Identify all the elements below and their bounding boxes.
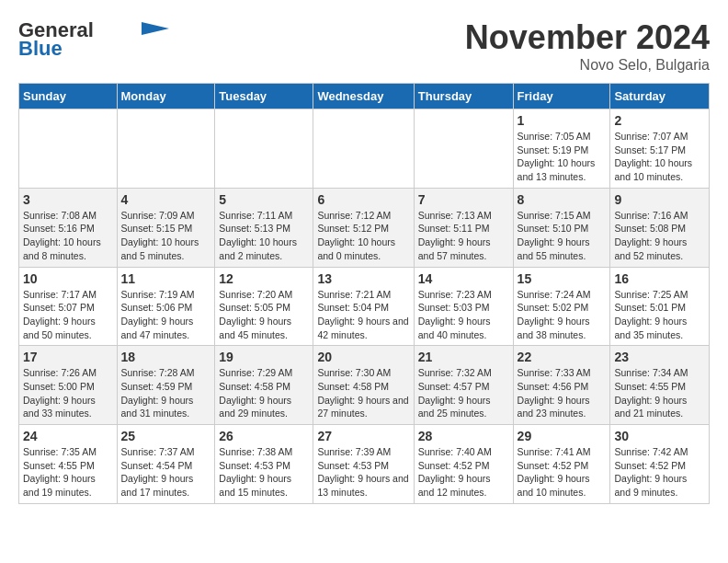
calendar-cell: 15Sunrise: 7:24 AM Sunset: 5:02 PM Dayli… <box>513 267 610 346</box>
calendar-cell: 20Sunrise: 7:30 AM Sunset: 4:58 PM Dayli… <box>313 346 414 425</box>
day-info: Sunrise: 7:26 AM Sunset: 5:00 PM Dayligh… <box>23 366 113 420</box>
calendar-cell <box>215 109 313 189</box>
calendar-cell: 22Sunrise: 7:33 AM Sunset: 4:56 PM Dayli… <box>513 346 610 425</box>
day-info: Sunrise: 7:13 AM Sunset: 5:11 PM Dayligh… <box>418 209 509 263</box>
calendar-cell: 13Sunrise: 7:21 AM Sunset: 5:04 PM Dayli… <box>313 267 414 346</box>
calendar-week-row: 1Sunrise: 7:05 AM Sunset: 5:19 PM Daylig… <box>19 109 710 189</box>
calendar-cell: 10Sunrise: 7:17 AM Sunset: 5:07 PM Dayli… <box>19 267 118 346</box>
day-info: Sunrise: 7:09 AM Sunset: 5:15 PM Dayligh… <box>121 209 211 263</box>
day-number: 11 <box>121 271 211 286</box>
day-info: Sunrise: 7:41 AM Sunset: 4:52 PM Dayligh… <box>518 445 607 500</box>
calendar-cell: 25Sunrise: 7:37 AM Sunset: 4:54 PM Dayli… <box>117 425 215 504</box>
calendar-cell: 24Sunrise: 7:35 AM Sunset: 4:55 PM Dayli… <box>19 425 118 504</box>
title-area: November 2024 Novo Selo, Bulgaria <box>465 18 710 74</box>
calendar-cell: 12Sunrise: 7:20 AM Sunset: 5:05 PM Dayli… <box>215 267 313 346</box>
day-info: Sunrise: 7:35 AM Sunset: 4:55 PM Dayligh… <box>23 445 113 500</box>
day-number: 20 <box>317 350 409 364</box>
calendar-week-row: 3Sunrise: 7:08 AM Sunset: 5:16 PM Daylig… <box>19 188 710 267</box>
day-number: 5 <box>219 192 309 207</box>
calendar-cell: 28Sunrise: 7:40 AM Sunset: 4:52 PM Dayli… <box>414 425 513 504</box>
calendar-week-row: 17Sunrise: 7:26 AM Sunset: 5:00 PM Dayli… <box>19 346 710 425</box>
calendar-cell: 16Sunrise: 7:25 AM Sunset: 5:01 PM Dayli… <box>610 267 710 346</box>
day-number: 9 <box>614 192 705 207</box>
day-number: 13 <box>317 271 409 286</box>
calendar-cell: 2Sunrise: 7:07 AM Sunset: 5:17 PM Daylig… <box>610 109 710 189</box>
day-info: Sunrise: 7:34 AM Sunset: 4:55 PM Dayligh… <box>614 366 705 420</box>
day-info: Sunrise: 7:30 AM Sunset: 4:58 PM Dayligh… <box>317 366 409 420</box>
day-number: 22 <box>518 350 607 364</box>
day-number: 23 <box>614 350 705 364</box>
day-number: 4 <box>121 192 211 207</box>
calendar-cell: 9Sunrise: 7:16 AM Sunset: 5:08 PM Daylig… <box>610 188 710 267</box>
day-info: Sunrise: 7:11 AM Sunset: 5:13 PM Dayligh… <box>219 209 309 263</box>
day-info: Sunrise: 7:19 AM Sunset: 5:06 PM Dayligh… <box>121 288 211 342</box>
day-number: 17 <box>23 350 113 364</box>
day-info: Sunrise: 7:39 AM Sunset: 4:53 PM Dayligh… <box>317 445 409 500</box>
calendar-table: SundayMondayTuesdayWednesdayThursdayFrid… <box>18 83 710 504</box>
calendar-cell: 29Sunrise: 7:41 AM Sunset: 4:52 PM Dayli… <box>513 425 610 504</box>
calendar-cell: 1Sunrise: 7:05 AM Sunset: 5:19 PM Daylig… <box>513 109 610 189</box>
day-info: Sunrise: 7:08 AM Sunset: 5:16 PM Dayligh… <box>23 209 113 263</box>
day-info: Sunrise: 7:24 AM Sunset: 5:02 PM Dayligh… <box>518 288 607 342</box>
day-info: Sunrise: 7:42 AM Sunset: 4:52 PM Dayligh… <box>614 445 705 500</box>
day-info: Sunrise: 7:28 AM Sunset: 4:59 PM Dayligh… <box>121 366 211 420</box>
calendar-week-row: 10Sunrise: 7:17 AM Sunset: 5:07 PM Dayli… <box>19 267 710 346</box>
day-info: Sunrise: 7:23 AM Sunset: 5:03 PM Dayligh… <box>418 288 509 342</box>
calendar-cell <box>117 109 215 189</box>
day-number: 15 <box>518 271 607 286</box>
day-number: 7 <box>418 192 509 207</box>
day-number: 26 <box>219 429 309 443</box>
calendar-cell: 6Sunrise: 7:12 AM Sunset: 5:12 PM Daylig… <box>313 188 414 267</box>
weekday-header: Sunday <box>19 84 118 109</box>
weekday-header: Wednesday <box>313 84 414 109</box>
day-number: 18 <box>121 350 211 364</box>
weekday-header: Thursday <box>414 84 513 109</box>
header: General Blue November 2024 Novo Selo, Bu… <box>18 18 710 74</box>
day-number: 28 <box>418 429 509 443</box>
day-number: 16 <box>614 271 705 286</box>
day-info: Sunrise: 7:07 AM Sunset: 5:17 PM Dayligh… <box>614 130 705 184</box>
day-info: Sunrise: 7:29 AM Sunset: 4:58 PM Dayligh… <box>219 366 309 420</box>
calendar-cell <box>19 109 118 189</box>
day-number: 10 <box>23 271 113 286</box>
day-info: Sunrise: 7:38 AM Sunset: 4:53 PM Dayligh… <box>219 445 309 500</box>
calendar-cell: 30Sunrise: 7:42 AM Sunset: 4:52 PM Dayli… <box>610 425 710 504</box>
day-number: 25 <box>121 429 211 443</box>
day-number: 12 <box>219 271 309 286</box>
calendar-cell: 7Sunrise: 7:13 AM Sunset: 5:11 PM Daylig… <box>414 188 513 267</box>
day-info: Sunrise: 7:15 AM Sunset: 5:10 PM Dayligh… <box>518 209 607 263</box>
day-info: Sunrise: 7:37 AM Sunset: 4:54 PM Dayligh… <box>121 445 211 500</box>
day-number: 29 <box>518 429 607 443</box>
calendar-cell: 27Sunrise: 7:39 AM Sunset: 4:53 PM Dayli… <box>313 425 414 504</box>
calendar-cell <box>414 109 513 189</box>
day-number: 1 <box>518 113 607 128</box>
day-number: 8 <box>518 192 607 207</box>
calendar-cell: 18Sunrise: 7:28 AM Sunset: 4:59 PM Dayli… <box>117 346 215 425</box>
calendar-cell: 17Sunrise: 7:26 AM Sunset: 5:00 PM Dayli… <box>19 346 118 425</box>
calendar-cell: 3Sunrise: 7:08 AM Sunset: 5:16 PM Daylig… <box>19 188 118 267</box>
calendar-cell: 4Sunrise: 7:09 AM Sunset: 5:15 PM Daylig… <box>117 188 215 267</box>
location: Novo Selo, Bulgaria <box>465 57 710 74</box>
day-info: Sunrise: 7:05 AM Sunset: 5:19 PM Dayligh… <box>518 130 607 184</box>
weekday-header: Friday <box>513 84 610 109</box>
calendar-cell: 14Sunrise: 7:23 AM Sunset: 5:03 PM Dayli… <box>414 267 513 346</box>
calendar-cell: 26Sunrise: 7:38 AM Sunset: 4:53 PM Dayli… <box>215 425 313 504</box>
day-info: Sunrise: 7:32 AM Sunset: 4:57 PM Dayligh… <box>418 366 509 420</box>
day-number: 21 <box>418 350 509 364</box>
weekday-header: Saturday <box>610 84 710 109</box>
day-info: Sunrise: 7:17 AM Sunset: 5:07 PM Dayligh… <box>23 288 113 342</box>
calendar-week-row: 24Sunrise: 7:35 AM Sunset: 4:55 PM Dayli… <box>19 425 710 504</box>
day-info: Sunrise: 7:16 AM Sunset: 5:08 PM Dayligh… <box>614 209 705 263</box>
weekday-header: Tuesday <box>215 84 313 109</box>
weekday-header: Monday <box>117 84 215 109</box>
day-number: 24 <box>23 429 113 443</box>
day-info: Sunrise: 7:12 AM Sunset: 5:12 PM Dayligh… <box>317 209 409 263</box>
calendar-cell: 23Sunrise: 7:34 AM Sunset: 4:55 PM Dayli… <box>610 346 710 425</box>
day-number: 6 <box>317 192 409 207</box>
day-number: 3 <box>23 192 113 207</box>
calendar-cell: 19Sunrise: 7:29 AM Sunset: 4:58 PM Dayli… <box>215 346 313 425</box>
month-title: November 2024 <box>465 18 710 57</box>
calendar-cell: 21Sunrise: 7:32 AM Sunset: 4:57 PM Dayli… <box>414 346 513 425</box>
day-info: Sunrise: 7:25 AM Sunset: 5:01 PM Dayligh… <box>614 288 705 342</box>
day-info: Sunrise: 7:33 AM Sunset: 4:56 PM Dayligh… <box>518 366 607 420</box>
